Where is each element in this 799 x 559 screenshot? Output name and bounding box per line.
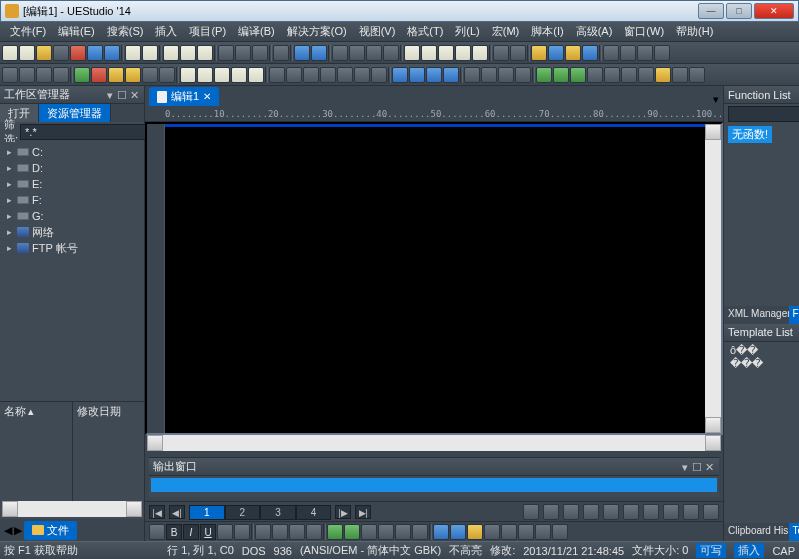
function-search-input[interactable] <box>728 106 799 122</box>
status-codepage[interactable]: 936 <box>274 545 292 557</box>
menu-item-1[interactable]: 编辑(E) <box>52 22 101 41</box>
fmt-14[interactable] <box>378 524 394 540</box>
page-tab-1[interactable]: 1 <box>189 505 225 520</box>
new-file-icon[interactable] <box>2 45 18 61</box>
tb-30[interactable] <box>493 45 509 61</box>
t2-17[interactable] <box>286 67 302 83</box>
output-pin-icon[interactable]: ☐ <box>691 461 703 473</box>
editor-content[interactable] <box>165 124 705 433</box>
italic-button[interactable]: I <box>183 524 199 540</box>
t2-23[interactable] <box>392 67 408 83</box>
t2-4[interactable] <box>53 67 69 83</box>
pin-icon[interactable]: ☐ <box>116 89 128 101</box>
tab-clipboard-history[interactable]: Clipboard His... <box>724 523 789 541</box>
t2-40[interactable] <box>689 67 705 83</box>
wrap-icon[interactable] <box>332 45 348 61</box>
editor-scrollbar-h[interactable] <box>163 435 705 451</box>
tabs-menu-icon[interactable]: ▾ <box>713 93 719 106</box>
menu-item-8[interactable]: 格式(T) <box>401 22 449 41</box>
menu-item-14[interactable]: 帮助(H) <box>670 22 719 41</box>
expand-icon[interactable]: ▸ <box>4 211 14 221</box>
fmt-11[interactable] <box>327 524 343 540</box>
tb-39[interactable] <box>654 45 670 61</box>
expand-icon[interactable]: ▸ <box>4 195 14 205</box>
pb-5[interactable] <box>603 504 619 520</box>
t2-19[interactable] <box>320 67 336 83</box>
page-next-button[interactable]: |▶ <box>335 505 351 519</box>
menu-item-4[interactable]: 项目(P) <box>183 22 232 41</box>
replfile-icon[interactable] <box>472 45 488 61</box>
fmt-5[interactable] <box>217 524 233 540</box>
expand-icon[interactable]: ▸ <box>4 163 14 173</box>
t2-32[interactable] <box>553 67 569 83</box>
t2-10[interactable] <box>159 67 175 83</box>
files-button[interactable]: 文件 <box>24 521 77 540</box>
pb-9[interactable] <box>683 504 699 520</box>
t2-18[interactable] <box>303 67 319 83</box>
template-item[interactable]: ��� <box>730 357 799 370</box>
document-tab[interactable]: 编辑1 ✕ <box>149 87 219 106</box>
pb-4[interactable] <box>583 504 599 520</box>
tb-4[interactable] <box>53 45 69 61</box>
pane-close-icon[interactable]: ✕ <box>128 89 140 101</box>
t2-25[interactable] <box>426 67 442 83</box>
output-body[interactable] <box>149 476 719 497</box>
t2-31[interactable] <box>536 67 552 83</box>
undo-icon[interactable] <box>294 45 310 61</box>
status-encoding[interactable]: (ANSI/OEM - 简体中文 GBK) <box>300 543 441 558</box>
fmt-16[interactable] <box>412 524 428 540</box>
template-item[interactable]: ô�� <box>730 344 799 357</box>
t2-29[interactable] <box>498 67 514 83</box>
fmt-21[interactable] <box>501 524 517 540</box>
open-folder-icon[interactable] <box>36 45 52 61</box>
editor-scrollbar-v[interactable] <box>705 124 721 433</box>
pb-3[interactable] <box>563 504 579 520</box>
t2-35[interactable] <box>604 67 620 83</box>
editor-scroll-left-button[interactable] <box>147 435 163 451</box>
t2-39[interactable] <box>672 67 688 83</box>
menu-item-13[interactable]: 窗口(W) <box>618 22 670 41</box>
close-icon[interactable] <box>70 45 86 61</box>
t2-24[interactable] <box>409 67 425 83</box>
run-icon[interactable] <box>74 67 90 83</box>
fmt-9[interactable] <box>289 524 305 540</box>
output-close-icon[interactable]: ✕ <box>703 461 715 473</box>
scroll-right-button[interactable] <box>126 501 142 517</box>
col-date[interactable]: 修改日期 <box>77 404 141 419</box>
minimize-button[interactable]: — <box>698 3 724 19</box>
t2-2[interactable] <box>19 67 35 83</box>
tb-15[interactable] <box>218 45 234 61</box>
fmt-19[interactable] <box>467 524 483 540</box>
menu-item-11[interactable]: 脚本(I) <box>525 22 569 41</box>
page-tab-3[interactable]: 3 <box>260 505 296 520</box>
menu-item-9[interactable]: 列(L) <box>449 22 485 41</box>
close-button[interactable]: ✕ <box>754 3 794 19</box>
page-tab-2[interactable]: 2 <box>225 505 261 520</box>
tab-explorer[interactable]: 资源管理器 <box>39 104 111 122</box>
expand-icon[interactable]: ▸ <box>4 179 14 189</box>
page-tab-4[interactable]: 4 <box>296 505 332 520</box>
tree-ftp-item[interactable]: ▸FTP 帐号 <box>4 240 140 256</box>
step-icon[interactable] <box>108 67 124 83</box>
pb-6[interactable] <box>623 504 639 520</box>
tab-function-list[interactable]: Function List <box>789 306 799 324</box>
scroll-left-button[interactable] <box>2 501 18 517</box>
underline-button[interactable]: U <box>200 524 216 540</box>
explorer-tree[interactable]: ▸C:▸D:▸E:▸F:▸G:▸网络▸FTP 帐号 <box>0 142 144 401</box>
menu-item-0[interactable]: 文件(F) <box>4 22 52 41</box>
tree-drive-item[interactable]: ▸D: <box>4 160 140 176</box>
page-prev-button[interactable]: ◀| <box>169 505 185 519</box>
fmt-18[interactable] <box>450 524 466 540</box>
t2-36[interactable] <box>621 67 637 83</box>
nav-fwd-icon[interactable]: ▶ <box>14 524 22 537</box>
tree-drive-item[interactable]: ▸F: <box>4 192 140 208</box>
expand-icon[interactable]: ▸ <box>4 243 14 253</box>
t2-27[interactable] <box>464 67 480 83</box>
t2-15[interactable] <box>248 67 264 83</box>
menu-item-3[interactable]: 插入 <box>149 22 183 41</box>
template-list-body[interactable]: ô����� <box>724 342 799 524</box>
fmt-20[interactable] <box>484 524 500 540</box>
fmt-6[interactable] <box>234 524 250 540</box>
pb-2[interactable] <box>543 504 559 520</box>
findnext-icon[interactable] <box>421 45 437 61</box>
